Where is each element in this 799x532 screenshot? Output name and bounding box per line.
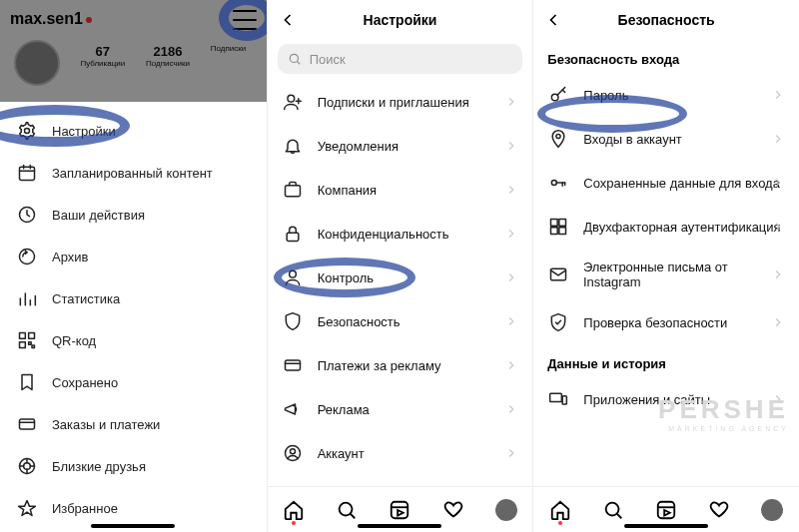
stat-posts[interactable]: 67Публикации <box>80 44 125 68</box>
settings-item-4[interactable]: Контроль <box>268 256 533 299</box>
security-item-1[interactable]: Входы в аккаунт <box>533 117 799 161</box>
svg-marker-49 <box>399 510 404 516</box>
login-security-list: ПарольВходы в аккаунтСохраненные данные … <box>533 73 799 344</box>
back-icon[interactable] <box>278 10 298 30</box>
usercircle-icon <box>282 442 304 464</box>
settings-item-0[interactable]: Подписки и приглашения <box>268 80 533 124</box>
svg-point-0 <box>25 129 30 134</box>
section-data-history: Данные и история <box>533 344 799 377</box>
briefcase-icon <box>282 179 304 201</box>
gear-icon <box>16 120 38 142</box>
settings-item-8[interactable]: Аккаунт <box>268 431 533 475</box>
home-indicator <box>91 524 175 528</box>
security-item-2[interactable]: Сохраненные данные для входа <box>533 161 799 205</box>
tab-home[interactable] <box>549 499 571 521</box>
svg-rect-61 <box>559 228 566 235</box>
drawer-item-label: Настройки <box>52 124 116 139</box>
security-item-5[interactable]: Проверка безопасности <box>533 300 799 344</box>
data-history-list: Приложения и сайты <box>533 377 799 421</box>
avatar[interactable] <box>14 40 60 86</box>
stat-followers[interactable]: 2186Подписчики <box>146 44 190 68</box>
svg-line-46 <box>351 513 356 518</box>
tab-profile[interactable] <box>495 499 517 521</box>
menu-icon[interactable] <box>233 10 257 30</box>
security-item-label: Входы в аккаунт <box>583 132 682 147</box>
search-input[interactable]: Поиск <box>278 44 523 74</box>
tab-search[interactable] <box>336 499 358 521</box>
drawer-item-label: Сохранено <box>52 375 118 390</box>
settings-item-1[interactable]: Уведомления <box>268 124 533 168</box>
archive-icon <box>16 246 38 267</box>
svg-rect-64 <box>562 396 566 404</box>
svg-rect-58 <box>551 220 558 227</box>
security-item-label: Двухфакторная аутентификация <box>583 220 780 235</box>
drawer-item-6[interactable]: Сохранено <box>0 361 267 403</box>
drawer-item-label: Запланированный контент <box>52 166 213 181</box>
data-item-0[interactable]: Приложения и сайты <box>533 377 799 421</box>
svg-point-30 <box>288 95 295 102</box>
pin-icon <box>547 128 569 150</box>
svg-point-45 <box>340 502 353 515</box>
tab-profile[interactable] <box>761 499 783 521</box>
security-item-0[interactable]: Пароль <box>533 73 799 117</box>
settings-item-7[interactable]: Реклама <box>268 387 533 431</box>
drawer-item-7[interactable]: Заказы и платежи <box>0 403 267 445</box>
settings-item-label: Платежи за рекламу <box>318 358 441 373</box>
drawer-item-label: Избранное <box>52 501 118 516</box>
card-icon <box>282 354 304 376</box>
svg-rect-15 <box>32 345 35 348</box>
settings-item-6[interactable]: Платежи за рекламу <box>268 343 533 387</box>
bell-icon <box>282 135 304 157</box>
drawer-item-label: Близкие друзья <box>52 459 146 474</box>
drawer-item-label: Заказы и платежи <box>52 417 160 432</box>
security-item-label: Сохраненные данные для входа <box>583 176 780 191</box>
stat-following[interactable]: Подписки <box>211 44 246 68</box>
svg-marker-24 <box>19 501 36 516</box>
back-icon[interactable] <box>543 10 563 30</box>
chevron-right-icon <box>771 267 785 281</box>
settings-item-5[interactable]: Безопасность <box>268 299 533 343</box>
svg-point-53 <box>556 134 560 138</box>
key-icon <box>547 84 569 106</box>
tab-reels[interactable] <box>655 499 677 521</box>
star-icon <box>16 497 38 519</box>
svg-line-66 <box>617 513 622 518</box>
drawer-item-label: Ваши действия <box>52 208 145 223</box>
settings-item-label: Аккаунт <box>318 446 365 461</box>
calendar-icon <box>16 162 38 184</box>
profile-header: max.sen1 67Публикации 2186Подписчики Под… <box>0 0 267 102</box>
svg-rect-13 <box>20 342 26 348</box>
security-item-4[interactable]: Электронные письма от Instagram <box>533 249 799 300</box>
svg-rect-1 <box>20 167 35 180</box>
drawer-item-4[interactable]: Статистика <box>0 277 267 319</box>
drawer-item-8[interactable]: Близкие друзья <box>0 445 267 487</box>
tab-activity[interactable] <box>708 499 730 521</box>
username[interactable]: max.sen1 <box>10 10 92 28</box>
tab-reels[interactable] <box>389 499 410 521</box>
avatar-icon <box>761 499 783 521</box>
drawer-item-5[interactable]: QR-код <box>0 319 267 361</box>
settings-item-label: Безопасность <box>318 314 400 329</box>
drawer-item-9[interactable]: Избранное <box>0 487 267 529</box>
tab-activity[interactable] <box>442 499 464 521</box>
tab-search[interactable] <box>602 499 624 521</box>
chevron-right-icon <box>771 88 785 102</box>
drawer-item-2[interactable]: Ваши действия <box>0 194 267 236</box>
svg-rect-11 <box>20 333 26 339</box>
security-item-label: Электронные письма от Instagram <box>583 260 785 289</box>
svg-rect-60 <box>551 228 558 235</box>
svg-point-39 <box>290 449 295 454</box>
drawer-item-1[interactable]: Запланированный контент <box>0 152 267 194</box>
drawer-item-0[interactable]: Настройки <box>0 110 267 152</box>
card-icon <box>16 413 38 435</box>
svg-rect-36 <box>285 360 300 370</box>
security-item-3[interactable]: Двухфакторная аутентификация <box>533 205 799 249</box>
header: Настройки <box>268 0 533 40</box>
tab-home[interactable] <box>283 499 305 521</box>
settings-item-2[interactable]: Компания <box>268 168 533 212</box>
drawer-item-3[interactable]: Архив <box>0 236 267 277</box>
settings-item-label: Конфиденциальность <box>318 227 449 242</box>
settings-item-3[interactable]: Конфиденциальность <box>268 212 533 256</box>
svg-rect-12 <box>29 333 35 339</box>
shieldcheck-icon <box>547 311 569 333</box>
